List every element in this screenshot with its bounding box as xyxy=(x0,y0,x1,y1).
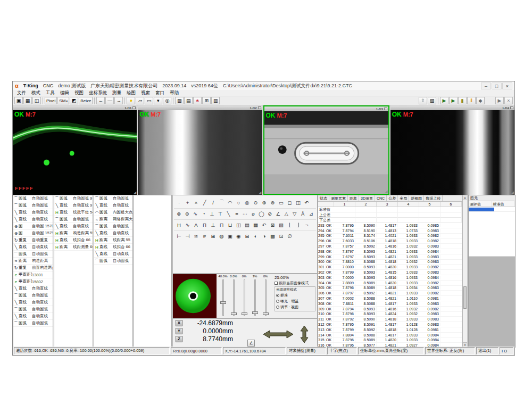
list-item[interactable]: ≈距离构造距离 xyxy=(13,258,53,265)
angle-tool-button[interactable]: ∠ xyxy=(247,340,255,347)
tool-icon-r3-c4[interactable]: Π xyxy=(201,221,209,229)
tool-icon-r1-c5[interactable]: / xyxy=(209,199,217,207)
menu-item-文件[interactable]: 文件 xyxy=(14,90,29,96)
camera-2-image[interactable]: OK M:7 ◢ xyxy=(138,110,262,195)
menu-item-模式[interactable]: 模式 xyxy=(29,90,43,96)
element-list-4[interactable] xyxy=(134,195,172,348)
list-item[interactable]: ⌒圆弧自动圆弧 9 xyxy=(54,195,93,202)
list-item[interactable]: ⌒圆弧自动圆弧 xyxy=(13,292,53,299)
light-preview[interactable] xyxy=(173,274,217,318)
table-row[interactable]: 305OK7.87968.50891.48181.09340.0983 xyxy=(318,286,462,291)
table-row[interactable]: 312OK7.87958.50911.48171.01280.0983 xyxy=(318,322,462,327)
table-tab-CNC[interactable]: CNC xyxy=(375,195,387,201)
tool-icon-r2-c15[interactable]: ▽ xyxy=(290,210,298,218)
dropdown-button[interactable]: ▾ xyxy=(154,97,162,104)
vertical-jog-arrow-icon[interactable] xyxy=(300,325,309,343)
tool-icon-r3-c10[interactable]: ▦ xyxy=(252,221,260,229)
menu-item-视窗[interactable]: 视窗 xyxy=(138,90,153,96)
list-item[interactable]: ↻重复前置构造两点 xyxy=(13,265,53,271)
camera-maximize-icon[interactable] xyxy=(132,106,136,109)
tool-icon-r1-c14[interactable]: ◻ xyxy=(286,199,294,207)
sm-button[interactable]: SM▾ xyxy=(57,97,69,104)
run-all-button[interactable]: ▶ xyxy=(449,97,458,104)
scroll-up-icon[interactable]: ▲ xyxy=(463,195,467,200)
list-item[interactable]: H直线线拟合 66 xyxy=(94,244,132,251)
table-row[interactable]: 306OK7.87978.50921.48211.09330.0982 xyxy=(318,291,462,296)
element-list-1[interactable]: ⌒圆弧自动圆弧⌒圆弧自动圆弧╲直线自动直线╲直线自动直线⊕圆自动圆 15702⊕… xyxy=(13,195,53,348)
slider-handle-icon[interactable] xyxy=(220,301,226,304)
list-item[interactable]: ⌒圆弧自动圆弧 xyxy=(94,223,132,230)
camera-view-2[interactable]: 1-D2 OK M:7 ◢ xyxy=(138,105,262,195)
table-row[interactable]: 309OK7.87948.50931.48161.09320.0982 xyxy=(318,307,462,312)
list-item[interactable]: ⌒圆弧自动圆弧 xyxy=(13,320,53,327)
light-mode-option[interactable]: 标准 xyxy=(276,293,314,298)
table-row[interactable]: 299OK7.67978.50931.48211.09330.0983 xyxy=(318,254,462,260)
table-tab-公差[interactable]: 公差 xyxy=(387,195,398,201)
tool-icon-r2-c4[interactable]: ◔ xyxy=(200,210,208,218)
resize-handle-icon[interactable]: ◢ xyxy=(511,191,514,195)
light-mode-option[interactable]: 曝光 · 增益 xyxy=(276,299,314,304)
tool-icon-r4-c13[interactable]: ⊡ xyxy=(277,232,285,240)
table-tab-3D测量[interactable]: 3D测量 xyxy=(359,195,375,201)
resize-handle-icon[interactable]: ◢ xyxy=(385,190,387,194)
tool-icon-r4-c14[interactable]: ∅ xyxy=(286,232,294,240)
hatch-button[interactable]: ▨ xyxy=(175,97,184,104)
slider-track[interactable] xyxy=(265,279,267,316)
slider-track[interactable] xyxy=(244,279,245,316)
list-item[interactable]: ⊕圆自动圆 15702 xyxy=(13,223,53,230)
list-item[interactable]: H直线线拟合 66 xyxy=(54,237,93,244)
export-button[interactable]: ⇧ xyxy=(419,97,427,104)
tool-icon-r3-c13[interactable]: ▧ xyxy=(277,221,285,229)
camera-view-3[interactable]: 1-D3 OK xyxy=(263,105,389,195)
tool-icon-r3-c15[interactable]: ⌋ xyxy=(294,221,302,229)
lightbulb-button[interactable]: ● xyxy=(127,97,135,104)
table-row[interactable]: 296OK7.60338.51061.48181.09330.0982 xyxy=(318,238,462,244)
light-mode-option[interactable]: 调节 · 视图 xyxy=(276,304,314,310)
tool-icon-r3-c1[interactable]: H xyxy=(175,221,183,229)
light-slider-4[interactable]: 3% xyxy=(250,275,260,317)
menu-item-视图[interactable]: 视图 xyxy=(72,90,86,96)
tool-icon-r2-c12[interactable]: ⊘ xyxy=(266,210,274,218)
menu-item-测量[interactable]: 测量 xyxy=(110,90,124,96)
light-slider-2[interactable]: 0.0% xyxy=(228,275,239,317)
range-button[interactable]: ▮ xyxy=(458,97,467,104)
list-item[interactable]: ╲直线自动直线 xyxy=(13,313,53,320)
table-tab-数据上传[interactable]: 数据上传 xyxy=(424,195,443,201)
tool-icon-r4-c3[interactable]: ≋ xyxy=(192,232,200,240)
tool-icon-r2-c11[interactable]: ◯ xyxy=(257,210,265,218)
tool-icon-r3-c3[interactable]: Λ xyxy=(192,221,200,229)
measure-config-button[interactable]: × xyxy=(504,97,513,104)
camera-maximize-icon[interactable] xyxy=(510,106,513,109)
tool-icon-r3-c6[interactable]: ⊓ xyxy=(218,221,226,229)
table-row[interactable]: 303OK7.00008.50931.48161.09330.0984 xyxy=(318,275,462,281)
crosshatch-button[interactable]: ▤ xyxy=(184,97,193,104)
tool-icon-r3-c16[interactable]: ¬ xyxy=(303,221,311,229)
star-button[interactable]: ∗ xyxy=(193,97,202,104)
tool-icon-r4-c10[interactable]: ◐ xyxy=(252,232,260,240)
tool-icon-r2-c10[interactable]: ⌀ xyxy=(250,210,257,218)
scrollbar-thumb[interactable] xyxy=(463,286,467,309)
list-item[interactable]: e垂直距离13801 xyxy=(13,271,53,278)
table-row[interactable]: 301OK7.00008.50931.48201.09330.0982 xyxy=(318,265,462,270)
list-item[interactable]: ⌒圆弧自动圆弧 xyxy=(13,306,53,313)
shape-button[interactable]: ▱ xyxy=(136,97,144,104)
element-list-3[interactable]: ⌒圆弧自动圆弧╲直线自动直线◠圆弧内圆粗大点≈距离网络距离大点⌒圆弧自动圆弧╲直… xyxy=(94,195,133,348)
title-bar[interactable]: α T-King CNC demo 测试版 广东天勤精密测量技术有限公司 202… xyxy=(13,81,514,90)
slider-track[interactable] xyxy=(222,279,224,316)
list-item[interactable]: H直线线批平位 54 xyxy=(54,209,93,216)
table-row[interactable]: 308OK7.88118.50881.48171.09330.0983 xyxy=(318,301,462,307)
flat-button[interactable]: ▭ xyxy=(145,97,153,104)
resize-handle-icon[interactable]: ◢ xyxy=(259,191,261,195)
list-item[interactable]: ≈距离网络距离大点 xyxy=(94,216,132,223)
tool-icon-r4-c9[interactable]: ⊟ xyxy=(243,232,251,240)
camera-maximize-icon[interactable] xyxy=(384,108,387,110)
tool-icon-r1-c15[interactable]: ◫ xyxy=(294,199,302,207)
list-item[interactable]: ╲直线自动直线 xyxy=(94,202,132,209)
list-item[interactable]: ╲直线自动直线 xyxy=(13,244,53,251)
tool-icon-r4-c6[interactable]: ◍ xyxy=(218,232,226,240)
tool-icon-r1-c8[interactable]: ○ xyxy=(235,199,243,207)
tool-icon-r3-c11[interactable]: ↶ xyxy=(260,221,268,229)
list-item[interactable]: ⌒圆弧自动圆弧 xyxy=(94,195,132,202)
pause-button[interactable]: ‖ xyxy=(467,97,476,104)
camera-view-1[interactable]: 1-D1 OK M:7 FFFFF ◢ xyxy=(13,105,137,195)
